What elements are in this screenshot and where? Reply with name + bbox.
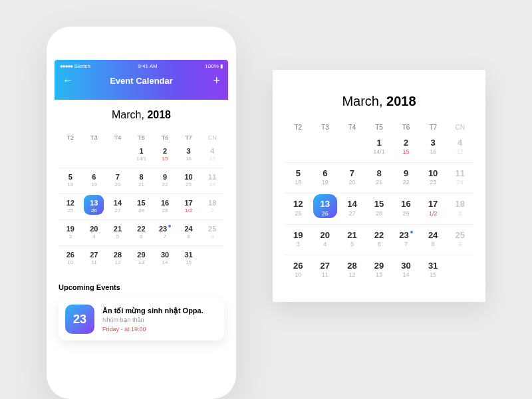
event-card[interactable]: 23 Ăn tối mừng sinh nhật Oppa. Nhóm bạn … — [59, 298, 224, 340]
greg-day: 8 — [130, 173, 154, 181]
day-cell[interactable]: 182 — [200, 196, 224, 217]
greg-day: 17 — [177, 199, 201, 207]
day-cell[interactable]: 3014 — [392, 257, 420, 283]
day-cell[interactable]: 1326 — [312, 196, 339, 221]
day-cell[interactable]: 1528 — [130, 196, 154, 217]
day-cell[interactable]: 215 — [392, 134, 420, 160]
day-cell[interactable]: 1427 — [106, 196, 130, 217]
day-cell[interactable]: 518 — [285, 165, 312, 191]
day-cell[interactable]: 114/1 — [366, 134, 393, 160]
greg-day: 13 — [82, 199, 106, 207]
day-cell[interactable]: 171/2 — [420, 196, 447, 221]
back-button[interactable]: ← — [63, 74, 73, 86]
day-cell[interactable]: 417 — [446, 134, 473, 160]
day-cell[interactable]: 182 — [446, 196, 473, 221]
lunar-day: 18 — [59, 182, 82, 188]
day-cell[interactable]: 2610 — [285, 257, 312, 283]
day-cell[interactable]: 2913 — [366, 257, 393, 283]
greg-day: 24 — [177, 225, 201, 233]
greg-day: 18 — [200, 199, 224, 207]
day-cell[interactable]: 259 — [446, 227, 473, 253]
dow-label: T6 — [392, 120, 420, 133]
lunar-day: 11 — [312, 272, 339, 279]
day-cell[interactable]: 204 — [312, 227, 339, 253]
lunar-day: 15 — [153, 156, 177, 162]
day-cell[interactable]: 193 — [59, 222, 82, 243]
day-cell[interactable]: 2711 — [82, 248, 106, 269]
dow-label: T4 — [106, 130, 130, 143]
day-cell[interactable]: 171/2 — [177, 196, 201, 217]
day-cell[interactable]: 619 — [312, 165, 339, 191]
day-cell[interactable]: 2913 — [130, 248, 154, 269]
day-cell[interactable]: 1629 — [153, 196, 177, 217]
day-cell[interactable]: 619 — [82, 170, 106, 192]
day-cell[interactable]: 1225 — [59, 196, 82, 217]
day-cell[interactable]: 1528 — [366, 196, 393, 221]
day-cell[interactable]: 193 — [285, 227, 312, 253]
greg-day: 2 — [153, 147, 177, 155]
day-cell[interactable]: 226 — [130, 222, 154, 243]
greg-day: 19 — [285, 231, 312, 240]
day-cell[interactable]: 1427 — [338, 196, 366, 221]
day-cell[interactable]: 417 — [200, 144, 224, 166]
day-cell — [446, 257, 473, 283]
day-cell[interactable]: 204 — [82, 222, 106, 243]
day-cell[interactable]: 215 — [338, 227, 366, 253]
lunar-day: 9 — [200, 234, 224, 240]
day-cell[interactable]: 518 — [59, 170, 82, 192]
greg-day: 23 — [392, 231, 420, 240]
day-cell[interactable]: 2610 — [59, 248, 82, 269]
day-cell[interactable]: 720 — [106, 170, 130, 192]
day-cell[interactable]: 248 — [420, 227, 447, 253]
day-cell[interactable]: 215 — [153, 144, 177, 166]
day-cell[interactable]: 1023 — [177, 170, 201, 192]
day-cell[interactable]: 3014 — [153, 248, 177, 269]
greg-day: 14 — [106, 199, 130, 207]
day-cell[interactable]: 1023 — [420, 165, 447, 191]
greg-day: 26 — [285, 261, 312, 271]
lunar-day: 24 — [446, 180, 473, 186]
day-cell[interactable]: 2812 — [106, 248, 130, 269]
lunar-day: 7 — [153, 234, 177, 240]
day-cell[interactable]: 3115 — [177, 248, 201, 269]
day-cell[interactable]: 237 — [153, 222, 177, 243]
day-cell[interactable]: 1124 — [200, 170, 224, 192]
day-cell[interactable]: 1225 — [285, 196, 312, 221]
day-cell[interactable]: 1326 — [82, 196, 106, 217]
widget-year-label: 2018 — [386, 94, 416, 108]
day-cell[interactable]: 720 — [338, 165, 366, 191]
day-cell[interactable]: 237 — [392, 227, 420, 253]
day-cell[interactable]: 922 — [153, 170, 177, 192]
day-cell[interactable]: 316 — [420, 134, 447, 160]
add-event-button[interactable]: + — [213, 74, 220, 88]
day-cell[interactable]: 226 — [366, 227, 393, 253]
greg-day: 5 — [59, 173, 82, 181]
greg-day: 29 — [130, 251, 154, 259]
day-cell[interactable]: 821 — [130, 170, 154, 192]
greg-day: 13 — [312, 200, 339, 209]
greg-day: 19 — [59, 225, 82, 233]
lunar-day: 3 — [59, 234, 82, 240]
day-cell[interactable]: 2711 — [312, 257, 339, 283]
day-cell — [59, 144, 82, 166]
day-cell[interactable]: 2812 — [338, 257, 366, 283]
day-cell[interactable]: 259 — [200, 222, 224, 243]
dow-label: CN — [446, 120, 473, 133]
day-cell[interactable]: 3115 — [420, 257, 447, 283]
lunar-day: 24 — [200, 182, 224, 188]
dow-label: T2 — [59, 130, 82, 143]
day-cell[interactable]: 821 — [366, 165, 393, 191]
day-cell[interactable]: 922 — [392, 165, 420, 191]
lunar-day: 17 — [200, 156, 224, 162]
day-cell[interactable]: 248 — [177, 222, 201, 243]
day-cell[interactable]: 1629 — [392, 196, 420, 221]
arrow-left-icon: ← — [63, 74, 73, 86]
year-label: 2018 — [147, 109, 171, 120]
greg-day: 28 — [338, 261, 366, 271]
lunar-day: 15 — [420, 272, 447, 279]
day-cell[interactable]: 215 — [106, 222, 130, 243]
day-cell[interactable]: 1124 — [446, 165, 473, 191]
day-cell[interactable]: 316 — [177, 144, 201, 166]
day-cell[interactable]: 114/1 — [130, 144, 154, 166]
lunar-day: 8 — [420, 241, 447, 248]
